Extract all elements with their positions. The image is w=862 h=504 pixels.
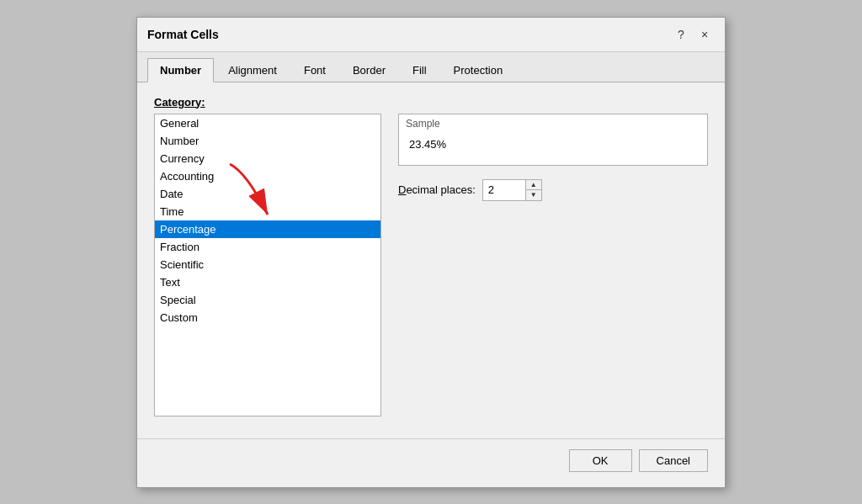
category-list-wrapper: General Number Currency Accounting Date …	[154, 114, 381, 416]
right-panel: Sample 23.45% Decimal places: 2 ▲ ▼	[398, 114, 708, 416]
category-list: General Number Currency Accounting Date …	[154, 114, 381, 416]
category-label: Category:	[154, 96, 708, 109]
category-item-time[interactable]: Time	[155, 203, 380, 220]
ok-button[interactable]: OK	[569, 449, 632, 472]
tab-alignment[interactable]: Alignment	[216, 58, 290, 82]
cancel-button[interactable]: Cancel	[639, 449, 708, 472]
decimal-label: Decimal places:	[398, 183, 476, 196]
title-bar-left: Format Cells	[147, 28, 219, 41]
category-item-currency[interactable]: Currency	[155, 150, 380, 167]
category-item-special[interactable]: Special	[155, 291, 380, 309]
category-item-scientific[interactable]: Scientific	[155, 256, 380, 273]
category-item-general[interactable]: General	[155, 114, 380, 132]
dialog-title: Format Cells	[147, 28, 219, 41]
main-content: General Number Currency Accounting Date …	[154, 114, 708, 416]
category-item-text[interactable]: Text	[155, 273, 380, 291]
tab-number[interactable]: Number	[147, 58, 214, 82]
sample-box: Sample 23.45%	[398, 114, 708, 166]
category-item-percentage[interactable]: Percentage	[155, 220, 380, 238]
tab-border[interactable]: Border	[340, 58, 398, 82]
dialog-footer: OK Cancel	[137, 438, 725, 482]
format-cells-dialog: Format Cells ? × Number Alignment Font B…	[136, 17, 726, 488]
sample-label: Sample	[399, 114, 707, 131]
category-item-accounting[interactable]: Accounting	[155, 167, 380, 185]
category-item-number[interactable]: Number	[155, 132, 380, 150]
spinner-up-button[interactable]: ▲	[526, 180, 541, 190]
category-list-container: General Number Currency Accounting Date …	[154, 114, 381, 416]
close-button[interactable]: ×	[694, 24, 715, 45]
decimal-input[interactable]: 2	[483, 180, 525, 200]
category-item-custom[interactable]: Custom	[155, 309, 380, 326]
decimal-spinner: 2 ▲ ▼	[482, 179, 542, 201]
tab-font[interactable]: Font	[291, 58, 338, 82]
spinner-buttons: ▲ ▼	[525, 180, 541, 200]
help-button[interactable]: ?	[671, 24, 691, 45]
dialog-body: Category: General Number Currency Accoun…	[137, 82, 725, 430]
tab-fill[interactable]: Fill	[400, 58, 439, 82]
tabs-bar: Number Alignment Font Border Fill Protec…	[137, 52, 725, 82]
spinner-down-button[interactable]: ▼	[526, 190, 541, 200]
tab-protection[interactable]: Protection	[441, 58, 516, 82]
category-item-fraction[interactable]: Fraction	[155, 238, 380, 256]
title-bar-right: ? ×	[671, 24, 715, 45]
title-bar: Format Cells ? ×	[137, 18, 725, 52]
decimal-row: Decimal places: 2 ▲ ▼	[398, 179, 708, 201]
sample-value: 23.45%	[399, 131, 707, 165]
category-item-date[interactable]: Date	[155, 185, 380, 203]
